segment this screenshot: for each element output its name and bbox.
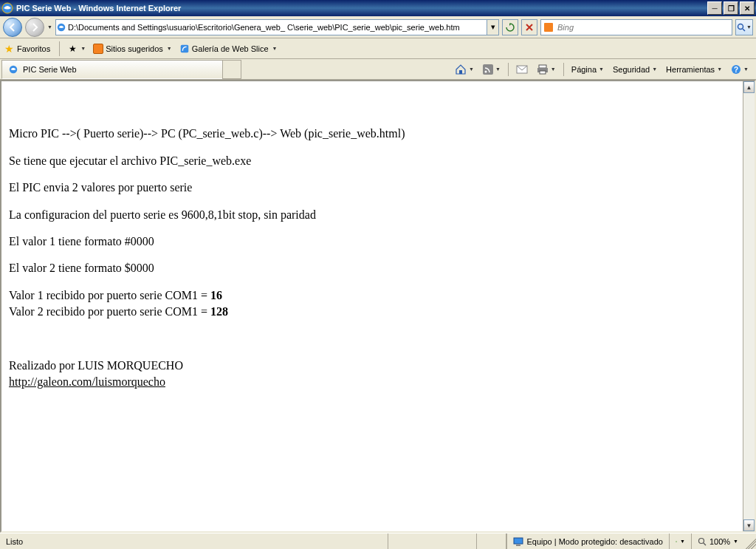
- maximize-button[interactable]: ❐: [724, 1, 738, 15]
- zoom-value: 100%: [709, 537, 730, 546]
- add-to-favorites-button[interactable]: ★ ▼: [69, 44, 86, 54]
- valor1-label: Valor 1 recibido por puerto serie COM1 =: [9, 289, 210, 301]
- security-menu[interactable]: Seguridad ▼: [610, 64, 660, 75]
- status-bar: Listo Equipo | Modo protegido: desactiva…: [0, 533, 756, 549]
- scroll-track[interactable]: [743, 93, 755, 519]
- svg-point-18: [698, 538, 704, 543]
- status-empty-2: [477, 533, 506, 549]
- page-menu[interactable]: Página ▼: [568, 64, 607, 75]
- stop-button[interactable]: [521, 19, 537, 35]
- content-viewport: Micro PIC -->( Puerto serie)--> PC (PC_s…: [0, 80, 756, 533]
- status-protected-icon[interactable]: ▼: [669, 533, 691, 549]
- close-button[interactable]: ✕: [740, 1, 755, 15]
- refresh-button[interactable]: [502, 19, 518, 35]
- vertical-scrollbar[interactable]: ▲ ▼: [743, 81, 755, 531]
- navigation-bar: ▼ ▾ ▼: [0, 16, 756, 38]
- computer-icon: [513, 536, 523, 547]
- svg-rect-13: [540, 71, 546, 74]
- tools-menu-label: Herramientas: [666, 65, 715, 74]
- scroll-down-button[interactable]: ▼: [743, 519, 755, 531]
- bing-icon: [541, 23, 556, 32]
- page-icon: [56, 22, 66, 33]
- webslice-icon: [179, 44, 190, 54]
- content-line-4: La configuracion del puerto serie es 960…: [9, 207, 735, 223]
- status-empty-1: [388, 533, 477, 549]
- content-line-5: El valor 1 tiene formato #0000: [9, 233, 735, 250]
- minimize-button[interactable]: ─: [707, 1, 722, 15]
- svg-line-19: [704, 543, 706, 545]
- tab-title: PIC Serie Web: [23, 65, 77, 74]
- print-button[interactable]: ▼: [534, 63, 559, 76]
- tab-pic-serie-web[interactable]: PIC Serie Web: [1, 60, 223, 79]
- content-line-2: Se tiene que ejecutar el archivo PIC_ser…: [9, 153, 735, 169]
- svg-rect-17: [516, 545, 520, 546]
- command-bar: ▼ ▼ ▼ Página ▼ Seguridad ▼ Herramientas …: [452, 63, 756, 76]
- back-button[interactable]: [3, 18, 22, 37]
- address-input[interactable]: [66, 21, 487, 33]
- forward-button[interactable]: [25, 18, 44, 37]
- valor2-value: 128: [210, 305, 228, 318]
- ie-icon: [1, 2, 13, 14]
- suggested-sites-button[interactable]: Sitios sugeridos ▼: [93, 44, 172, 54]
- svg-point-9: [484, 70, 487, 72]
- read-mail-button[interactable]: [513, 64, 531, 75]
- separator: [59, 41, 60, 56]
- svg-rect-7: [459, 70, 462, 74]
- svg-rect-11: [539, 65, 546, 68]
- webslice-label: Galería de Web Slice: [192, 44, 269, 53]
- star-icon: ★: [4, 43, 14, 55]
- favorites-button[interactable]: ★ Favoritos: [4, 43, 50, 55]
- help-button[interactable]: ? ▼: [728, 63, 752, 76]
- svg-rect-16: [514, 538, 523, 544]
- title-bar: PIC Serie Web - Windows Internet Explore…: [0, 0, 756, 16]
- security-zone[interactable]: Equipo | Modo protegido: desactivado: [506, 533, 668, 549]
- content-line-3: El PIC envia 2 valores por puerto serie: [9, 180, 735, 196]
- address-dropdown[interactable]: ▾: [487, 20, 498, 35]
- page-menu-label: Página: [571, 65, 597, 74]
- security-menu-label: Seguridad: [613, 65, 650, 74]
- zone-text: Equipo | Modo protegido: desactivado: [526, 537, 662, 546]
- status-ready: Listo: [0, 533, 388, 549]
- author-line: Realizado por LUIS MORQUECHO: [9, 359, 183, 372]
- valor1-value: 16: [210, 289, 222, 301]
- search-button[interactable]: ▼: [735, 19, 753, 35]
- valor2-label: Valor 2 recibido por puerto serie COM1 =: [9, 305, 210, 318]
- new-tab-button[interactable]: [222, 60, 241, 79]
- tools-menu[interactable]: Herramientas ▼: [663, 64, 725, 75]
- star-add-icon: ★: [69, 44, 77, 54]
- zoom-control[interactable]: 100% ▼: [691, 533, 744, 549]
- home-button[interactable]: ▼: [452, 63, 477, 76]
- search-input[interactable]: [556, 21, 732, 33]
- scroll-up-button[interactable]: ▲: [743, 81, 755, 93]
- favorites-bar: ★ Favoritos ★ ▼ Sitios sugeridos ▼ Galer…: [0, 38, 756, 59]
- svg-point-3: [738, 24, 743, 29]
- content-line-1: Micro PIC -->( Puerto serie)--> PC (PC_s…: [9, 126, 735, 142]
- nav-dropdown-icon[interactable]: ▼: [47, 24, 52, 30]
- tab-page-icon: [8, 64, 18, 75]
- status-ready-text: Listo: [6, 537, 23, 546]
- svg-text:?: ?: [734, 66, 738, 74]
- address-bar: ▾: [55, 19, 499, 35]
- zoom-icon: [698, 537, 707, 546]
- orange-square-icon: [93, 44, 103, 54]
- web-slice-gallery-button[interactable]: Galería de Web Slice ▼: [179, 44, 278, 54]
- resize-grip[interactable]: [744, 533, 756, 549]
- svg-line-4: [743, 29, 745, 31]
- author-link[interactable]: http://galeon.com/luismorquecho: [9, 375, 165, 388]
- feeds-button[interactable]: ▼: [480, 63, 504, 76]
- tab-bar: PIC Serie Web ▼ ▼ ▼ Página ▼ Seguridad ▼: [0, 59, 756, 80]
- favorites-label: Favoritos: [17, 44, 50, 53]
- search-bar: [540, 19, 732, 35]
- page-content: Micro PIC -->( Puerto serie)--> PC (PC_s…: [1, 81, 743, 531]
- suggested-sites-label: Sitios sugeridos: [106, 44, 163, 53]
- window-title: PIC Serie Web - Windows Internet Explore…: [16, 4, 707, 13]
- svg-rect-5: [181, 44, 189, 52]
- content-line-6: El valor 2 tiene formato $0000: [9, 260, 735, 276]
